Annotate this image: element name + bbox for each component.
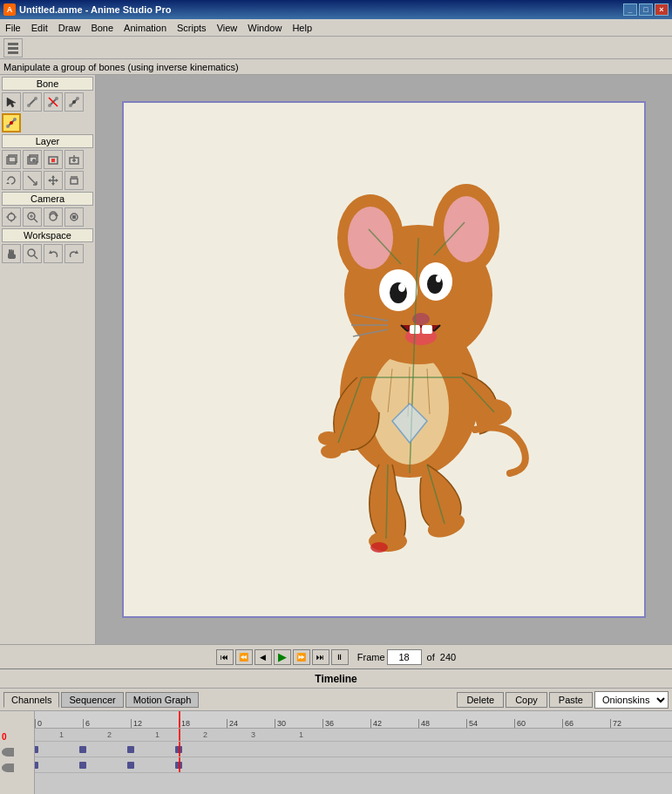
tick-12: 12 [131,719,142,728]
svg-rect-2 [8,51,18,54]
svg-point-82 [318,431,339,445]
ik-tool[interactable] [2,113,21,132]
svg-marker-39 [51,175,55,178]
rotate-layer-tool[interactable] [2,171,21,190]
prev-frame-button[interactable]: ◀ [255,649,272,665]
paste-button[interactable]: Paste [549,692,593,708]
tick-48: 48 [418,719,430,728]
tick-36: 36 [322,719,334,728]
playback-bar: ⏮ ⏪ ◀ ▶ ⏩ ⏭ ⏸ Frame of 240 [0,644,672,668]
new-layer-tool[interactable] [2,150,21,169]
menu-bone[interactable]: Bone [85,21,119,35]
tick-54: 54 [466,719,478,728]
bone-icon-1 [2,748,14,757]
status-bar: Manipulate a group of bones (using inver… [0,59,672,75]
sub-ruler: 1 2 1 2 3 1 [35,729,672,742]
svg-marker-41 [48,179,51,182]
svg-point-6 [34,97,37,100]
app-container: A Untitled.anme - Anime Studio Pro _ □ ×… [0,0,672,794]
keyframe-2-12[interactable] [127,762,134,769]
playhead-ruler [179,711,180,728]
svg-point-14 [72,100,76,104]
timeline-tracks[interactable]: 0 6 12 18 24 30 36 42 48 54 60 66 72 [35,711,672,794]
svg-point-8 [48,104,51,107]
tab-motion-graph[interactable]: Motion Graph [126,692,200,708]
svg-point-58 [28,249,35,256]
bone-section-title: Bone [2,77,93,91]
menu-bar: File Edit Draw Bone Animation Scripts Vi… [0,19,672,37]
svg-point-83 [321,445,342,458]
tick-6: 6 [83,719,90,728]
duplicate-layer-tool[interactable] [23,150,42,169]
menu-edit[interactable]: Edit [26,21,53,35]
manipulate-bone-tool[interactable] [64,92,84,112]
zoom-camera-tool[interactable] [23,207,42,227]
maximize-button[interactable]: □ [639,3,653,16]
delete-bone-tool[interactable] [44,92,63,112]
tab-sequencer[interactable]: Sequencer [61,692,123,708]
svg-point-18 [13,118,17,121]
menu-draw[interactable]: Draw [53,21,86,35]
menu-scripts[interactable]: Scripts [172,21,212,35]
svg-line-59 [34,255,37,259]
tick-42: 42 [370,719,382,728]
menu-window[interactable]: Window [242,21,287,35]
bone-tools-row2 [2,113,93,132]
timeline-title: Timeline [315,673,356,685]
hand-tool[interactable] [2,244,21,263]
svg-point-64 [348,207,393,269]
toolbar-icon-main[interactable] [3,38,23,58]
playhead-track2 [179,757,180,772]
menu-help[interactable]: Help [287,21,317,35]
copy-button[interactable]: Copy [506,692,547,708]
cursor-tool[interactable] [2,92,21,112]
timeline-content: 0 0 6 12 18 24 [0,711,672,794]
keyframe-1-0[interactable] [35,746,38,753]
rotate-camera-tool[interactable] [44,207,63,227]
add-bone-tool[interactable] [23,92,42,112]
step-forward-button[interactable]: ⏭ [312,649,329,665]
play-button[interactable]: ▶ [274,649,291,665]
move-layer-tool[interactable] [44,171,63,190]
undo-tool[interactable] [44,244,63,263]
keyframe-2-0[interactable] [35,762,38,769]
go-to-start-button[interactable]: ⏮ [216,649,234,665]
keyframe-1-12[interactable] [127,746,134,753]
menu-file[interactable]: File [0,21,26,35]
svg-point-89 [370,542,388,553]
add-group-tool[interactable] [64,150,84,169]
tick-72: 72 [610,719,621,728]
menu-view[interactable]: View [212,21,243,35]
tick-24: 24 [227,719,238,728]
svg-point-69 [398,283,405,292]
reset-camera-tool[interactable] [64,207,84,227]
step-back-button[interactable]: ⏪ [235,649,253,665]
onionskins-dropdown[interactable]: Onionskins [594,691,669,709]
svg-marker-33 [6,182,10,184]
frame-input[interactable] [387,649,422,665]
stop-button[interactable]: ⏸ [331,649,349,665]
delete-layer-tool[interactable] [44,150,63,169]
redo-tool[interactable] [64,244,84,263]
close-button[interactable]: × [655,3,669,16]
svg-rect-26 [49,157,58,164]
keyframe-2-6[interactable] [79,762,86,769]
offset-layer-tool[interactable] [64,171,84,190]
track-label-2 [0,760,34,776]
scale-layer-tool[interactable] [23,171,42,190]
zoom-in-tool[interactable] [23,244,42,263]
minimize-button[interactable]: _ [623,3,637,16]
menu-animation[interactable]: Animation [119,21,172,35]
canvas-area[interactable] [96,75,672,644]
workspace-section-title: Workspace [2,228,93,242]
svg-line-51 [34,219,37,222]
svg-marker-40 [51,183,55,186]
layer-tools-row1 [2,150,93,169]
keyframe-1-6[interactable] [79,746,86,753]
next-frame-button[interactable]: ⏩ [293,649,310,665]
delete-button[interactable]: Delete [457,692,504,708]
timeline-track-1[interactable] [35,742,672,757]
pan-camera-tool[interactable] [2,207,21,227]
tab-channels[interactable]: Channels [3,692,59,708]
timeline-track-2[interactable] [35,757,672,773]
